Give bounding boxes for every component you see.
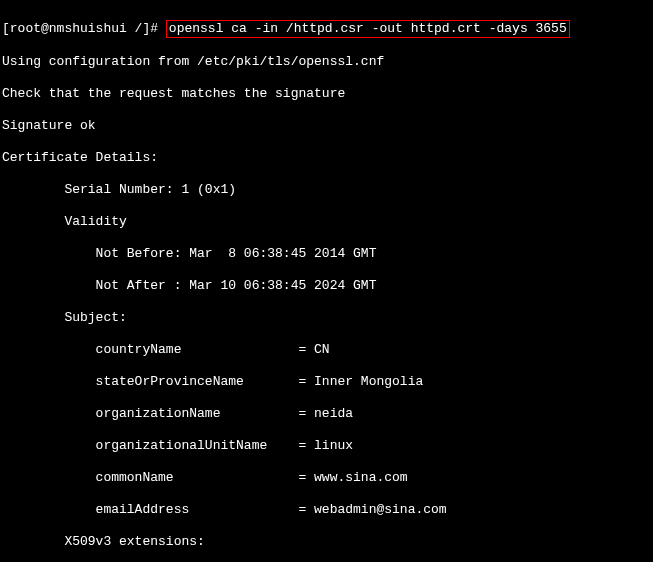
output-line: Signature ok xyxy=(2,118,651,134)
output-line: Check that the request matches the signa… xyxy=(2,86,651,102)
output-line: organizationName = neida xyxy=(2,406,651,422)
prompt-line-1[interactable]: [root@nmshuishui /]# openssl ca -in /htt… xyxy=(2,20,651,38)
output-line: organizationalUnitName = linux xyxy=(2,438,651,454)
output-line: Validity xyxy=(2,214,651,230)
output-line: Using configuration from /etc/pki/tls/op… xyxy=(2,54,651,70)
command-highlight-box: openssl ca -in /httpd.csr -out httpd.crt… xyxy=(166,20,570,38)
output-line: Serial Number: 1 (0x1) xyxy=(2,182,651,198)
output-line: emailAddress = webadmin@sina.com xyxy=(2,502,651,518)
output-line: Not After : Mar 10 06:38:45 2024 GMT xyxy=(2,278,651,294)
output-line: Certificate Details: xyxy=(2,150,651,166)
output-line: X509v3 extensions: xyxy=(2,534,651,550)
openssl-command: openssl ca -in /httpd.csr -out httpd.crt… xyxy=(169,21,567,36)
shell-prompt: [root@nmshuishui /]# xyxy=(2,21,166,36)
output-line: countryName = CN xyxy=(2,342,651,358)
output-line: Not Before: Mar 8 06:38:45 2014 GMT xyxy=(2,246,651,262)
output-line: Subject: xyxy=(2,310,651,326)
output-line: commonName = www.sina.com xyxy=(2,470,651,486)
output-line: stateOrProvinceName = Inner Mongolia xyxy=(2,374,651,390)
terminal-output: [root@nmshuishui /]# openssl ca -in /htt… xyxy=(0,0,653,562)
